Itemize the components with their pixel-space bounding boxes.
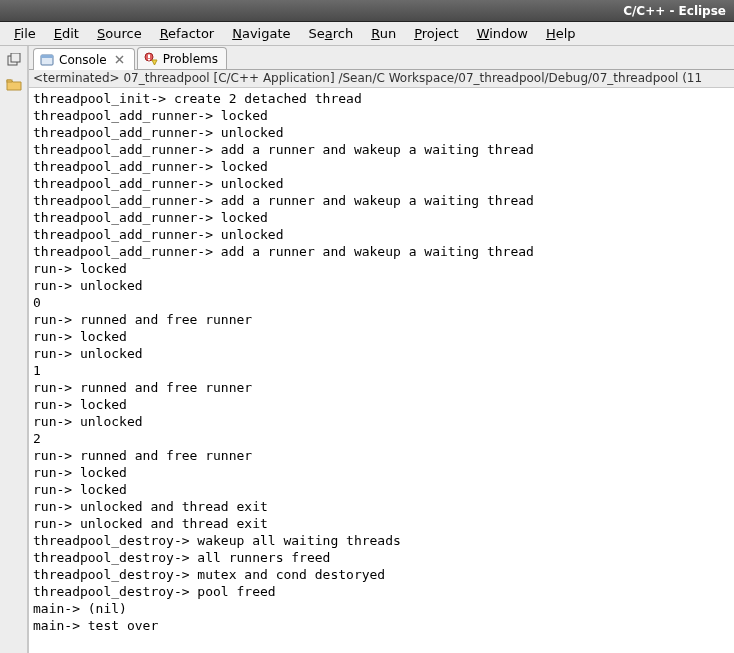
window-title: C/C++ - Eclipse: [623, 4, 726, 18]
menubar: File Edit Source Refactor Navigate Searc…: [0, 22, 734, 46]
menu-run[interactable]: Run: [363, 23, 404, 44]
left-toolbar: [0, 46, 28, 653]
menu-project[interactable]: Project: [406, 23, 467, 44]
tab-strip: Console Problems: [29, 46, 734, 70]
folder-icon[interactable]: [5, 76, 23, 92]
console-icon: [40, 53, 54, 67]
svg-rect-2: [7, 80, 12, 82]
svg-rect-8: [148, 54, 150, 58]
console-output[interactable]: threadpool_init-> create 2 detached thre…: [29, 88, 734, 653]
tab-console[interactable]: Console: [33, 48, 135, 70]
menu-window[interactable]: Window: [469, 23, 536, 44]
svg-rect-9: [148, 58, 150, 60]
close-icon[interactable]: [114, 54, 126, 66]
restore-view-icon[interactable]: [5, 52, 23, 68]
svg-rect-4: [41, 55, 53, 58]
tab-console-label: Console: [59, 53, 107, 67]
window-titlebar: C/C++ - Eclipse: [0, 0, 734, 22]
svg-rect-1: [11, 53, 20, 62]
console-launch-label: <terminated> 07_threadpool [C/C++ Applic…: [29, 70, 734, 88]
menu-help[interactable]: Help: [538, 23, 584, 44]
tab-problems[interactable]: Problems: [137, 47, 227, 69]
tab-problems-label: Problems: [163, 52, 218, 66]
main-area: Console Problems: [0, 46, 734, 653]
menu-navigate[interactable]: Navigate: [224, 23, 298, 44]
problems-icon: [144, 52, 158, 66]
menu-file[interactable]: File: [6, 23, 44, 44]
menu-refactor[interactable]: Refactor: [152, 23, 223, 44]
menu-edit[interactable]: Edit: [46, 23, 87, 44]
menu-source[interactable]: Source: [89, 23, 150, 44]
menu-search[interactable]: Search: [301, 23, 362, 44]
editor-area: Console Problems: [28, 46, 734, 653]
